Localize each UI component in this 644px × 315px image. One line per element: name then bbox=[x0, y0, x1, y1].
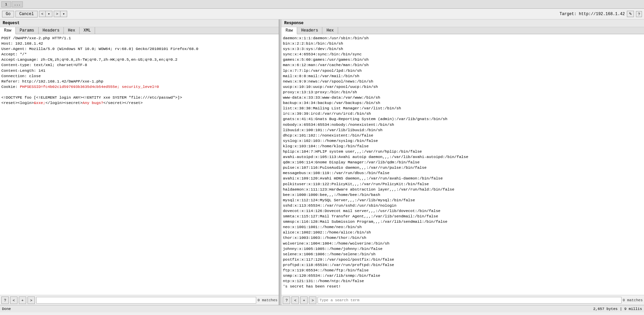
tab-response-hex[interactable]: Hex bbox=[322, 27, 338, 34]
tab-request-raw[interactable]: Raw bbox=[0, 27, 16, 34]
response-next-button[interactable]: + bbox=[300, 297, 308, 304]
tab-request-hex[interactable]: Hex bbox=[64, 27, 80, 34]
status-bar: Done 2,657 bytes | 9 millis bbox=[0, 305, 644, 312]
nav-forward-group: > ▾ bbox=[54, 11, 67, 17]
response-search-input[interactable] bbox=[318, 297, 621, 304]
title-bar: 1 ... bbox=[0, 0, 644, 9]
request-options-button[interactable]: > bbox=[28, 297, 35, 304]
tab-response-headers[interactable]: Headers bbox=[297, 27, 322, 34]
main-content: Request Raw Params Headers Hex XML POST … bbox=[0, 19, 644, 305]
tab-request-headers[interactable]: Headers bbox=[39, 27, 64, 34]
nav-back-dropdown[interactable]: ▾ bbox=[46, 11, 52, 17]
response-prev-button[interactable]: < bbox=[291, 297, 299, 304]
request-tab-bar: Raw Params Headers Hex XML bbox=[0, 27, 279, 34]
tab-response-raw[interactable]: Raw bbox=[281, 27, 297, 34]
edit-target-button[interactable]: ✎ bbox=[627, 11, 634, 17]
help-button[interactable]: ? bbox=[636, 11, 642, 17]
tab-request-params[interactable]: Params bbox=[16, 27, 39, 34]
target-area: Target: http://192.168.1.42 ✎ ? bbox=[559, 11, 642, 17]
go-button[interactable]: Go bbox=[2, 11, 14, 17]
nav-back-group: < ▾ bbox=[39, 11, 52, 17]
request-next-button[interactable]: + bbox=[19, 297, 26, 304]
request-panel-header: Request bbox=[0, 19, 279, 27]
response-content[interactable]: daemon:x:1:1:daemon:/usr/sbin:/bin/sh bi… bbox=[281, 34, 644, 295]
request-search-input[interactable] bbox=[36, 297, 256, 304]
request-content[interactable]: POST /bWAPP/xxe-2.php HTTP/1.1 Host: 192… bbox=[0, 34, 279, 295]
target-label: Target: http://192.168.1.42 bbox=[559, 12, 625, 16]
nav-back-button[interactable]: < bbox=[39, 11, 46, 17]
response-panel-header: Response bbox=[281, 19, 644, 27]
request-help-icon[interactable]: ? bbox=[1, 297, 9, 304]
response-tab-bar: Raw Headers Hex bbox=[281, 27, 644, 34]
response-options-button[interactable]: > bbox=[309, 297, 316, 304]
nav-forward-button[interactable]: > bbox=[54, 11, 61, 17]
request-matches: 0 matches bbox=[258, 298, 277, 302]
request-search-bar: ? < + > 0 matches bbox=[0, 295, 279, 305]
response-search-bar: ? < + > 0 matches bbox=[281, 295, 644, 305]
toolbar: Go Cancel < ▾ > ▾ Target: http://192.168… bbox=[0, 9, 644, 19]
title-tab[interactable]: 1 bbox=[1, 1, 11, 7]
response-panel: Response Raw Headers Hex daemon:x:1:1:da… bbox=[281, 19, 644, 305]
status-bytes: 2,657 bytes | 9 millis bbox=[593, 307, 642, 311]
response-help-icon[interactable]: ? bbox=[283, 297, 290, 304]
title-more[interactable]: ... bbox=[12, 1, 23, 7]
request-panel: Request Raw Params Headers Hex XML POST … bbox=[0, 19, 279, 305]
response-matches: 0 matches bbox=[623, 298, 643, 302]
tab-request-xml[interactable]: XML bbox=[80, 27, 95, 34]
cancel-button[interactable]: Cancel bbox=[15, 11, 37, 17]
status-text: Done bbox=[2, 307, 11, 311]
request-prev-button[interactable]: < bbox=[10, 297, 17, 304]
nav-forward-dropdown[interactable]: ▾ bbox=[60, 11, 67, 17]
